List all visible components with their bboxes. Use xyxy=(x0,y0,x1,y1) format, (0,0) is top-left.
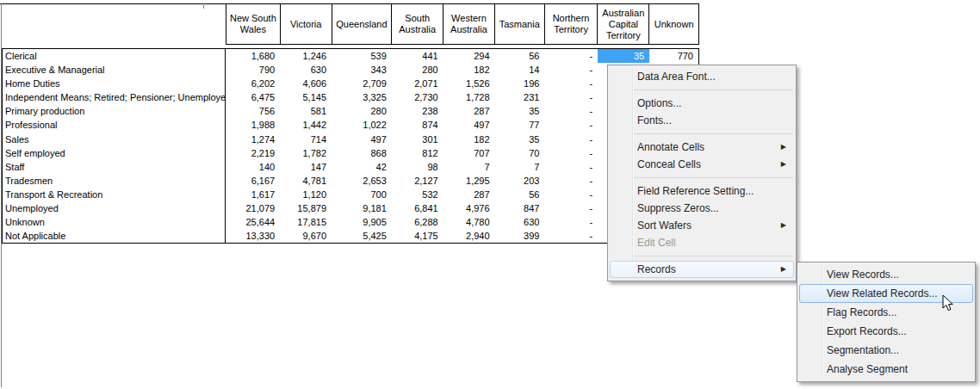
data-cell[interactable]: 3,325 xyxy=(332,90,392,104)
row-label[interactable]: Independent Means; Retired; Pensioner; U… xyxy=(3,90,226,104)
data-cell[interactable]: 539 xyxy=(332,49,392,63)
data-cell[interactable]: 56 xyxy=(495,49,545,63)
data-cell[interactable]: - xyxy=(544,146,598,160)
menu-item-segmentation[interactable]: Segmentation... xyxy=(799,341,973,360)
row-label[interactable]: Unknown xyxy=(3,215,226,229)
data-cell[interactable]: 1,782 xyxy=(280,146,332,160)
data-cell[interactable]: 21,079 xyxy=(226,201,280,215)
row-label[interactable]: Self employed xyxy=(3,146,226,160)
data-cell[interactable]: 2,730 xyxy=(392,90,443,104)
data-cell[interactable]: - xyxy=(544,188,598,201)
data-cell[interactable]: 756 xyxy=(226,104,280,118)
data-cell[interactable]: - xyxy=(544,229,598,243)
column-header-western-australia[interactable]: Western Australia xyxy=(443,4,495,44)
row-label[interactable]: Tradesmen xyxy=(3,174,226,188)
data-cell[interactable]: 7 xyxy=(495,160,545,174)
data-cell[interactable]: 874 xyxy=(392,118,443,132)
data-cell[interactable]: 700 xyxy=(332,188,392,201)
data-cell[interactable]: 140 xyxy=(226,160,280,174)
data-cell[interactable]: 630 xyxy=(495,215,545,229)
data-cell[interactable]: - xyxy=(544,104,598,118)
data-cell[interactable]: 280 xyxy=(332,104,392,118)
data-cell[interactable]: 770 xyxy=(649,49,698,63)
data-cell[interactable]: 790 xyxy=(226,63,280,77)
data-cell[interactable]: 497 xyxy=(332,132,392,145)
data-cell[interactable]: 4,175 xyxy=(392,229,443,243)
data-cell[interactable]: 1,274 xyxy=(226,132,280,145)
data-cell[interactable]: 25,644 xyxy=(226,215,280,229)
column-header-tasmania[interactable]: Tasmania xyxy=(495,4,545,44)
row-label[interactable]: Primary production xyxy=(3,104,226,118)
column-header-northern-territory[interactable]: Northern Territory xyxy=(545,4,599,44)
data-cell[interactable]: 9,905 xyxy=(332,215,392,229)
data-cell[interactable]: 6,167 xyxy=(226,174,280,188)
data-cell[interactable]: 497 xyxy=(443,118,495,132)
data-cell[interactable]: 182 xyxy=(443,132,495,145)
data-cell[interactable]: 70 xyxy=(495,146,545,160)
data-cell[interactable]: 441 xyxy=(392,49,443,63)
data-cell[interactable]: 238 xyxy=(392,104,443,118)
data-cell[interactable]: 203 xyxy=(495,174,545,188)
data-cell[interactable]: 1,120 xyxy=(280,188,332,201)
menu-item-conceal-cells[interactable]: Conceal Cells ▶ xyxy=(610,156,794,173)
data-cell[interactable]: 14 xyxy=(495,63,545,77)
column-header-australian-capital-territory[interactable]: Australian Capital Territory xyxy=(598,4,649,44)
data-cell[interactable]: 15,879 xyxy=(280,201,332,215)
data-cell[interactable]: 707 xyxy=(443,146,495,160)
menu-item-sort-wafers[interactable]: Sort Wafers ▶ xyxy=(610,217,794,234)
data-cell[interactable]: 4,781 xyxy=(280,174,332,188)
data-cell[interactable]: 42 xyxy=(332,160,392,174)
data-cell[interactable]: 1,442 xyxy=(280,118,332,132)
data-cell[interactable]: 581 xyxy=(280,104,332,118)
data-cell[interactable]: 56 xyxy=(495,188,545,201)
menu-item-records[interactable]: Records ▶ xyxy=(610,261,794,278)
menu-item-annotate-cells[interactable]: Annotate Cells ▶ xyxy=(610,139,794,156)
column-header-south-australia[interactable]: South Australia xyxy=(392,4,443,44)
data-cell[interactable]: 35 xyxy=(495,132,545,145)
data-cell[interactable]: - xyxy=(544,174,598,188)
menu-item-fonts[interactable]: Fonts... xyxy=(610,112,794,129)
data-cell[interactable]: 301 xyxy=(392,132,443,145)
data-cell[interactable]: 2,071 xyxy=(392,77,443,90)
data-cell[interactable]: 4,976 xyxy=(443,201,495,215)
data-cell[interactable]: 2,219 xyxy=(226,146,280,160)
data-cell[interactable]: 4,780 xyxy=(443,215,495,229)
column-header-unknown[interactable]: Unknown xyxy=(649,4,698,44)
data-cell[interactable]: - xyxy=(544,132,598,145)
data-cell[interactable]: 13,330 xyxy=(226,229,280,243)
data-cell[interactable]: 6,202 xyxy=(226,77,280,90)
data-cell[interactable]: 2,709 xyxy=(332,77,392,90)
data-cell[interactable]: 1,617 xyxy=(226,188,280,201)
menu-item-options[interactable]: Options... xyxy=(610,95,794,112)
menu-item-field-reference-setting[interactable]: Field Reference Setting... xyxy=(610,182,794,200)
column-header-new-south-wales[interactable]: New South Wales xyxy=(226,4,281,44)
data-cell[interactable]: 9,670 xyxy=(280,229,332,243)
menu-item-view-records[interactable]: View Records... xyxy=(799,265,973,284)
data-cell[interactable]: 77 xyxy=(495,118,545,132)
data-cell[interactable]: 287 xyxy=(443,188,495,201)
data-cell[interactable]: 1,246 xyxy=(280,49,332,63)
data-cell[interactable]: 1,526 xyxy=(443,77,495,90)
row-label[interactable]: Not Applicable xyxy=(3,229,226,243)
data-cell[interactable]: 147 xyxy=(280,160,332,174)
data-cell[interactable]: 532 xyxy=(392,188,443,201)
data-cell[interactable]: 2,940 xyxy=(443,229,495,243)
data-cell[interactable]: 5,425 xyxy=(332,229,392,243)
column-header-queensland[interactable]: Queensland xyxy=(332,4,393,44)
data-cell[interactable]: - xyxy=(544,118,598,132)
data-cell[interactable]: 98 xyxy=(392,160,443,174)
data-cell[interactable]: 6,288 xyxy=(392,215,443,229)
menu-item-data-area-font[interactable]: Data Area Font... xyxy=(610,68,794,85)
data-cell[interactable]: 2,127 xyxy=(392,174,443,188)
row-label[interactable]: Executive & Managerial xyxy=(3,63,226,77)
row-label[interactable]: Transport & Recreation xyxy=(3,188,226,201)
data-cell[interactable]: 847 xyxy=(495,201,545,215)
data-cell[interactable]: 17,815 xyxy=(280,215,332,229)
data-cell[interactable]: 1,680 xyxy=(226,49,280,63)
data-cell[interactable]: 182 xyxy=(443,63,495,77)
data-cell[interactable]: - xyxy=(544,201,598,215)
row-label[interactable]: Professional xyxy=(3,118,226,132)
column-header-victoria[interactable]: Victoria xyxy=(281,4,332,44)
data-cell[interactable]: 6,475 xyxy=(226,90,280,104)
data-cell[interactable]: - xyxy=(544,77,598,90)
